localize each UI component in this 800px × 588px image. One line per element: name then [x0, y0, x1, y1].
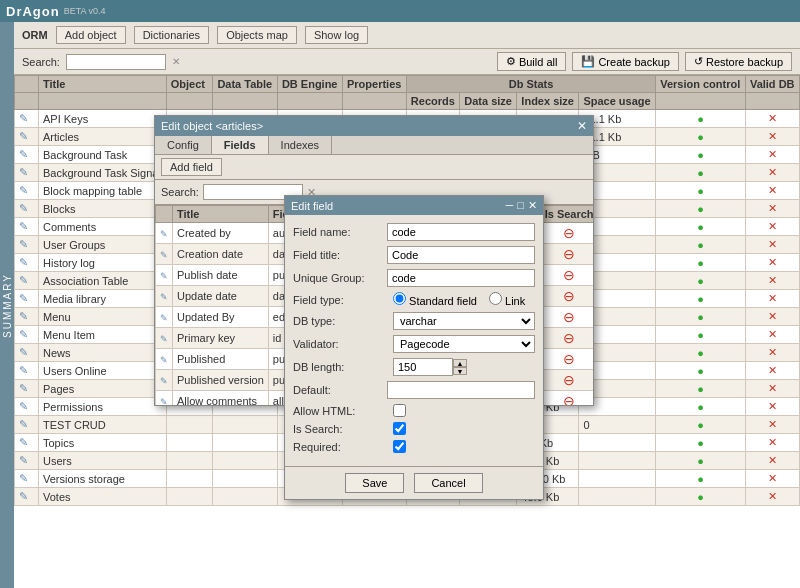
- row-space-usage: [579, 488, 656, 506]
- row-edit-icon[interactable]: ✎: [19, 256, 28, 268]
- tab-indexes[interactable]: Indexes: [269, 136, 333, 154]
- topbar: DrAgon BETA v0.4: [0, 0, 800, 22]
- row-edit-icon[interactable]: ✎: [19, 346, 28, 358]
- row-title: API Keys: [39, 110, 167, 128]
- search-label: Search:: [22, 56, 60, 68]
- ef-radio-standard-input[interactable]: [393, 292, 406, 305]
- row-vdb: ✕: [745, 200, 799, 218]
- row-edit-icon[interactable]: ✎: [19, 184, 28, 196]
- ef-issearch-row: Is Search:: [293, 422, 535, 435]
- row-edit-icon[interactable]: ✎: [19, 202, 28, 214]
- ef-radio-link[interactable]: Link: [489, 292, 525, 307]
- vdb-icon: ✕: [768, 346, 777, 358]
- df-edit-icon[interactable]: ✎: [160, 397, 168, 405]
- app-version: v0.4: [89, 6, 106, 16]
- row-title: Permissions: [39, 398, 167, 416]
- add-field-button[interactable]: Add field: [161, 158, 222, 176]
- row-vc: ●: [656, 218, 746, 236]
- row-edit-icon[interactable]: ✎: [19, 436, 28, 448]
- row-edit-icon[interactable]: ✎: [19, 400, 28, 412]
- objects-map-button[interactable]: Objects map: [217, 26, 297, 44]
- ef-uniquegroup-input[interactable]: [387, 269, 535, 287]
- df-edit-icon[interactable]: ✎: [160, 250, 168, 260]
- row-edit-icon[interactable]: ✎: [19, 130, 28, 142]
- row-edit-icon[interactable]: ✎: [19, 454, 28, 466]
- row-edit-icon[interactable]: ✎: [19, 382, 28, 394]
- row-title: Pages: [39, 380, 167, 398]
- ef-save-button[interactable]: Save: [345, 473, 404, 493]
- ef-radio-standard[interactable]: Standard field: [393, 292, 477, 307]
- show-log-button[interactable]: Show log: [305, 26, 368, 44]
- df-edit-icon[interactable]: ✎: [160, 271, 168, 281]
- row-vdb: ✕: [745, 380, 799, 398]
- row-edit-icon[interactable]: ✎: [19, 166, 28, 178]
- row-edit-icon[interactable]: ✎: [19, 490, 28, 502]
- ef-validator-select[interactable]: Pagecode None Email: [393, 335, 535, 353]
- ef-dblength-down[interactable]: ▼: [453, 367, 467, 375]
- row-data-table: [213, 470, 278, 488]
- ef-dblength-input[interactable]: [393, 358, 453, 376]
- edit-object-close-icon[interactable]: ✕: [577, 119, 587, 133]
- col-spacer: [15, 76, 39, 93]
- ef-fieldname-input[interactable]: [387, 223, 535, 241]
- ef-required-label: Required:: [293, 441, 393, 453]
- df-edit-icon[interactable]: ✎: [160, 376, 168, 386]
- ef-dbtype-select[interactable]: varchar text int: [393, 312, 535, 330]
- ef-cancel-button[interactable]: Cancel: [414, 473, 482, 493]
- tab-fields[interactable]: Fields: [212, 136, 269, 154]
- ef-max-icon[interactable]: □: [517, 199, 524, 212]
- vc-icon: ●: [697, 185, 704, 197]
- ef-close-icon[interactable]: ✕: [528, 199, 537, 212]
- row-edit-icon[interactable]: ✎: [19, 148, 28, 160]
- row-edit-icon[interactable]: ✎: [19, 472, 28, 484]
- row-vdb: ✕: [745, 434, 799, 452]
- row-edit-icon[interactable]: ✎: [19, 274, 28, 286]
- df-edit-icon[interactable]: ✎: [160, 313, 168, 323]
- df-edit-icon[interactable]: ✎: [160, 334, 168, 344]
- col-version-control: Version control: [656, 76, 746, 93]
- add-object-button[interactable]: Add object: [56, 26, 126, 44]
- sidebar[interactable]: SUMMARY: [0, 22, 14, 588]
- ef-allowhtml-row: Allow HTML:: [293, 404, 535, 417]
- ef-dblength-up[interactable]: ▲: [453, 359, 467, 367]
- create-backup-button[interactable]: 💾 Create backup: [572, 52, 679, 71]
- row-edit-icon[interactable]: ✎: [19, 220, 28, 232]
- backup-icon: 💾: [581, 55, 595, 68]
- row-edit-icon[interactable]: ✎: [19, 112, 28, 124]
- row-space-usage: [579, 434, 656, 452]
- vc-icon: ●: [697, 275, 704, 287]
- minus-icon: ⊖: [563, 225, 575, 241]
- ef-min-icon[interactable]: ─: [506, 199, 514, 212]
- ef-radio-link-input[interactable]: [489, 292, 502, 305]
- row-edit-icon[interactable]: ✎: [19, 310, 28, 322]
- ef-required-checkbox[interactable]: [393, 440, 406, 453]
- row-edit-icon[interactable]: ✎: [19, 292, 28, 304]
- row-edit-icon[interactable]: ✎: [19, 364, 28, 376]
- dictionaries-button[interactable]: Dictionaries: [134, 26, 209, 44]
- row-object: [166, 452, 213, 470]
- col-properties: Properties: [342, 76, 406, 93]
- df-edit-icon[interactable]: ✎: [160, 292, 168, 302]
- row-edit-icon[interactable]: ✎: [19, 238, 28, 250]
- search-input[interactable]: [66, 54, 166, 70]
- row-vc: ●: [656, 182, 746, 200]
- ef-allowhtml-checkbox[interactable]: [393, 404, 406, 417]
- df-title: Created by: [173, 223, 269, 244]
- df-edit-icon[interactable]: ✎: [160, 229, 168, 239]
- ef-fieldtitle-input[interactable]: [387, 246, 535, 264]
- ef-content: Field name: Field title: Unique Group:: [285, 215, 543, 466]
- tab-config[interactable]: Config: [155, 136, 212, 154]
- df-edit-cell: ✎: [156, 223, 173, 244]
- df-issearch: ⊖: [540, 349, 593, 370]
- search-clear-icon[interactable]: ✕: [172, 56, 180, 67]
- vdb-icon: ✕: [768, 454, 777, 466]
- row-edit-icon[interactable]: ✎: [19, 328, 28, 340]
- ef-default-input[interactable]: [387, 381, 535, 399]
- app-logo: DrAgon: [6, 4, 60, 19]
- ef-issearch-checkbox[interactable]: [393, 422, 406, 435]
- row-vc: ●: [656, 146, 746, 164]
- restore-backup-button[interactable]: ↺ Restore backup: [685, 52, 792, 71]
- df-edit-icon[interactable]: ✎: [160, 355, 168, 365]
- row-edit-icon[interactable]: ✎: [19, 418, 28, 430]
- build-all-button[interactable]: ⚙ Build all: [497, 52, 567, 71]
